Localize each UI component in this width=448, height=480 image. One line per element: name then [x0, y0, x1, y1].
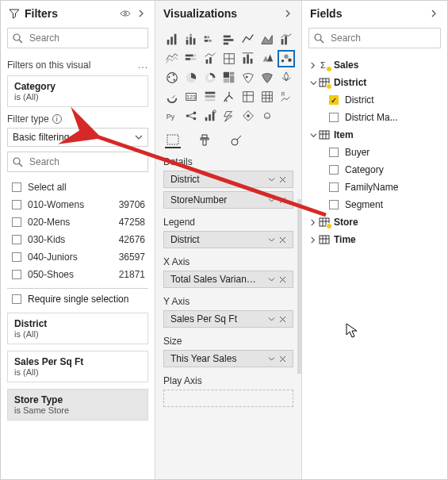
svg-line-85 [320, 40, 324, 43]
viz-type-icon[interactable]: ⋯ [258, 107, 276, 125]
viz-type-icon[interactable] [278, 50, 295, 67]
viz-type-icon[interactable] [201, 107, 219, 125]
viz-type-icon[interactable] [201, 88, 219, 106]
remove-icon[interactable] [277, 197, 288, 204]
viz-type-icon[interactable] [258, 88, 276, 106]
filter-value-row[interactable]: 020-Mens47258 [7, 213, 148, 231]
fields-field-row[interactable]: District Ma... [307, 109, 446, 126]
filter-values-search-input[interactable] [28, 156, 150, 168]
viz-type-icon[interactable]: 123 [182, 88, 200, 106]
viz-type-icon[interactable] [201, 31, 219, 48]
filter-card-district[interactable]: District is (All) [7, 313, 148, 344]
viz-type-icon[interactable] [182, 50, 200, 67]
xaxis-well[interactable]: Total Sales Variance % [163, 271, 293, 288]
viz-type-icon[interactable] [258, 31, 276, 48]
viz-type-icon[interactable] [258, 50, 276, 67]
viz-type-icon[interactable] [220, 88, 238, 106]
playaxis-well[interactable] [163, 390, 293, 407]
svg-rect-6 [170, 36, 173, 44]
fields-table-row[interactable]: Time [307, 231, 446, 248]
viz-type-icon[interactable]: R [278, 88, 295, 106]
remove-icon[interactable] [277, 236, 288, 244]
info-icon[interactable]: i [52, 114, 62, 124]
remove-icon[interactable] [277, 276, 288, 283]
viz-type-icon[interactable] [182, 31, 200, 48]
viz-type-icon[interactable] [163, 88, 181, 106]
remove-icon[interactable] [277, 176, 288, 183]
fields-search-input[interactable] [329, 32, 447, 44]
filter-values-list: Select all010-Womens39706020-Mens4725803… [7, 179, 148, 283]
preview-icon[interactable] [120, 10, 131, 17]
viz-type-icon[interactable] [239, 107, 257, 125]
viz-type-icon[interactable] [239, 50, 257, 67]
format-tab-icon[interactable] [197, 132, 213, 148]
viz-type-icon[interactable] [220, 69, 238, 86]
collapse-icon[interactable] [284, 10, 295, 17]
svg-rect-25 [190, 58, 196, 60]
svg-point-82 [232, 139, 238, 145]
viz-type-icon[interactable] [220, 107, 238, 125]
scrollbar[interactable] [297, 199, 301, 374]
chevron-down-icon [266, 276, 277, 283]
fields-field-row[interactable]: Buyer [307, 144, 446, 161]
filter-value-row[interactable]: 050-Shoes21871 [7, 266, 148, 283]
svg-rect-73 [209, 114, 211, 121]
require-single-row[interactable]: Require single selection [7, 288, 148, 305]
fields-tab-icon[interactable] [165, 132, 181, 148]
svg-rect-54 [205, 92, 216, 94]
filter-type-select[interactable]: Basic filtering [7, 128, 148, 147]
filter-value-row[interactable]: Select all [7, 179, 148, 196]
filter-card-category[interactable]: Category is (All) [7, 75, 148, 107]
fields-field-row[interactable]: FamilyName [307, 179, 446, 196]
svg-rect-8 [186, 40, 189, 44]
checkbox-icon [329, 200, 339, 209]
size-well[interactable]: This Year Sales [163, 350, 293, 367]
fields-field-row[interactable]: Category [307, 161, 446, 179]
viz-tool-row [155, 128, 301, 152]
viz-type-icon[interactable] [201, 69, 219, 86]
filter-value-row[interactable]: 030-Kids42676 [7, 231, 148, 248]
more-icon[interactable]: ... [138, 60, 148, 71]
fields-table-row[interactable]: District [307, 74, 446, 91]
filter-card-storetype[interactable]: Store Type is Same Store [7, 389, 148, 420]
viz-type-icon[interactable] [258, 69, 276, 86]
viz-type-icon[interactable] [239, 69, 257, 86]
fields-field-row[interactable]: Segment [307, 196, 446, 213]
viz-type-icon[interactable] [278, 31, 295, 48]
viz-type-icon[interactable]: Py [163, 107, 181, 125]
viz-type-icon[interactable] [239, 88, 257, 106]
filters-search[interactable] [7, 28, 148, 48]
viz-type-icon[interactable] [220, 50, 238, 67]
analytics-tab-icon[interactable] [228, 132, 244, 148]
legend-well[interactable]: District [163, 231, 293, 248]
viz-type-icon[interactable] [163, 69, 181, 86]
viz-type-icon[interactable] [278, 69, 295, 86]
filter-values-search[interactable] [7, 152, 148, 172]
filter-value-row[interactable]: 040-Juniors36597 [7, 248, 148, 266]
viz-type-icon[interactable] [182, 107, 200, 125]
fields-table-row[interactable]: Item [307, 126, 446, 144]
details-well[interactable]: District [163, 171, 293, 188]
fields-search[interactable] [308, 28, 441, 48]
details-well[interactable]: StoreNumber [163, 191, 293, 209]
filters-search-input[interactable] [28, 32, 150, 44]
collapse-icon[interactable] [430, 10, 441, 17]
fields-field-row[interactable]: District [307, 91, 446, 109]
filter-card-salesft[interactable]: Sales Per Sq Ft is (All) [7, 351, 148, 382]
yaxis-well[interactable]: Sales Per Sq Ft [163, 310, 293, 328]
viz-type-icon[interactable] [182, 69, 200, 86]
remove-icon[interactable] [277, 316, 288, 323]
remove-icon[interactable] [277, 355, 288, 363]
viz-type-icon[interactable] [201, 50, 219, 67]
collapse-icon[interactable] [137, 10, 148, 17]
fields-table-row[interactable]: ΣSales [307, 56, 446, 74]
viz-type-icon[interactable] [220, 31, 238, 48]
fields-header: Fields [302, 1, 447, 26]
fields-table-row[interactable]: Store [307, 213, 446, 231]
filter-value-label: 050-Shoes [28, 269, 119, 280]
svg-line-83 [237, 136, 241, 140]
viz-type-icon[interactable] [163, 31, 181, 48]
viz-type-icon[interactable] [163, 50, 181, 67]
filter-value-row[interactable]: 010-Womens39706 [7, 196, 148, 213]
viz-type-icon[interactable] [239, 31, 257, 48]
